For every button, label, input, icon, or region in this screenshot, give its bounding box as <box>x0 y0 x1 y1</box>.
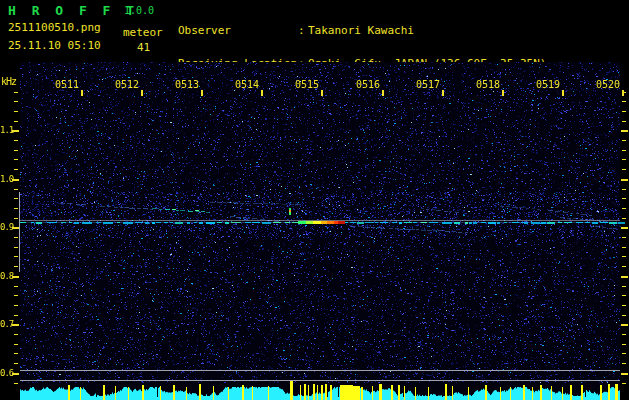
frequency-unit-label: kHz <box>1 76 16 87</box>
mode-label: meteor <box>123 26 163 39</box>
file-name: 2511100510.png <box>8 21 101 34</box>
frequency-tick-label: 0.7 <box>0 319 13 329</box>
echo-count: 41 <box>137 41 150 54</box>
app-version: 1.0.0 <box>124 5 154 16</box>
app-title: H R O F F T <box>8 3 138 18</box>
time-tick-label: 0520 <box>596 79 620 90</box>
frequency-tick-label: 1.0 <box>0 174 13 184</box>
time-tick-label: 0511 <box>55 79 79 90</box>
time-tick-label: 0519 <box>536 79 560 90</box>
time-tick-label: 0516 <box>356 79 380 90</box>
frequency-tick-label: 1.1 <box>0 125 13 135</box>
time-tick-label: 0517 <box>416 79 440 90</box>
frequency-tick-label: 0.6 <box>0 368 13 378</box>
time-tick-label: 0518 <box>476 79 500 90</box>
info-colon: : <box>298 25 308 36</box>
time-tick-label: 0514 <box>235 79 259 90</box>
info-value: Takanori Kawachi <box>308 24 414 37</box>
capture-datetime: 25.11.10 05:10 <box>8 39 101 52</box>
time-tick-label: 0512 <box>115 79 139 90</box>
time-tick-label: 0515 <box>295 79 319 90</box>
spectrogram-canvas <box>0 62 629 400</box>
info-label: Observer <box>178 25 298 36</box>
info-row-observer: Observer:Takanori Kawachi <box>178 25 546 36</box>
frequency-tick-label: 0.8 <box>0 271 13 281</box>
frequency-tick-label: 0.9 <box>0 222 13 232</box>
hrofft-window: H R O F F T 1.0.0 2511100510.png meteor … <box>0 0 629 400</box>
time-tick-label: 0513 <box>175 79 199 90</box>
